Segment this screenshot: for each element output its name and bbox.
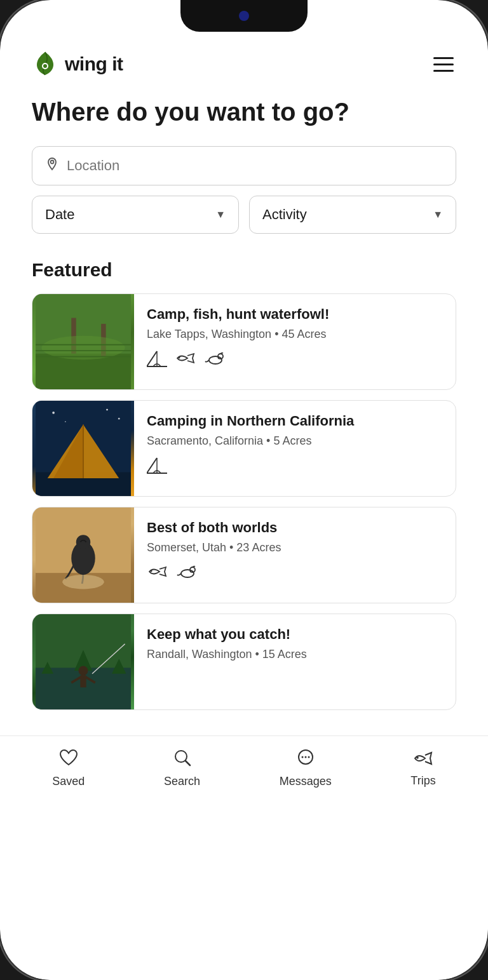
listing-meta-4: Randall, Washington • 15 Acres [147, 648, 443, 661]
header: wing it [0, 38, 488, 84]
svg-point-48 [308, 756, 309, 758]
listings-list: Camp, fish, hunt waterfowl! Lake Tapps, … [32, 293, 456, 710]
notch-dot [239, 11, 249, 21]
listing-icons-3 [147, 563, 443, 584]
listing-meta-1: Lake Tapps, Washington • 45 Acres [147, 328, 443, 341]
tent-night-img [32, 401, 134, 496]
listing-card-3[interactable]: Best of both worlds Somerset, Utah • 23 … [32, 507, 456, 603]
svg-point-38 [79, 666, 88, 676]
logo: wing it [32, 51, 123, 77]
date-dropdown-arrow: ▼ [215, 209, 226, 220]
location-input-wrap[interactable] [32, 146, 456, 185]
listing-info-4: Keep what you catch! Randall, Washington… [134, 614, 456, 709]
listing-image-4 [32, 614, 134, 709]
phone-frame: wing it Where do you want to go? [0, 0, 488, 980]
activity-dropdown-arrow: ▼ [433, 209, 443, 220]
date-label: Date [45, 206, 74, 223]
bird-field-img [32, 507, 134, 603]
listing-title-1: Camp, fish, hunt waterfowl! [147, 305, 443, 324]
listing-icons-1 [147, 350, 443, 372]
hamburger-line-1 [433, 57, 454, 59]
bottom-nav: Saved Search [0, 735, 488, 820]
nav-item-messages[interactable]: Messages [280, 749, 332, 788]
listing-meta-2: Sacramento, California • 5 Acres [147, 434, 443, 448]
listing-title-4: Keep what you catch! [147, 626, 443, 644]
featured-section: Featured [32, 259, 456, 710]
svg-point-1 [43, 64, 47, 68]
svg-point-13 [209, 356, 222, 364]
featured-title: Featured [32, 259, 456, 281]
listing-image-1 [32, 294, 134, 389]
trips-label: Trips [410, 774, 435, 788]
svg-point-49 [416, 756, 419, 759]
nav-item-search[interactable]: Search [164, 749, 200, 788]
listing-image-2 [32, 401, 134, 496]
camping-icon-2 [147, 457, 167, 479]
nav-item-trips[interactable]: Trips [410, 750, 435, 788]
fish-icon [412, 750, 434, 770]
phone-notch [180, 0, 308, 32]
activity-label: Activity [262, 206, 307, 223]
dropdowns-row: Date ▼ Activity ▼ [32, 196, 456, 234]
page-title: Where do you want to go? [32, 97, 456, 127]
logo-icon [32, 51, 58, 77]
listing-card-2[interactable]: Camping in Northern California Sacrament… [32, 400, 456, 497]
activity-dropdown[interactable]: Activity ▼ [249, 196, 456, 234]
main-content: Where do you want to go? [0, 84, 488, 735]
green-fields-img [32, 294, 134, 389]
location-pin-icon [45, 157, 59, 175]
svg-point-46 [301, 756, 303, 758]
phone-screen: wing it Where do you want to go? [0, 0, 488, 980]
svg-point-23 [118, 418, 120, 420]
svg-point-20 [52, 412, 55, 414]
svg-point-12 [179, 356, 180, 358]
messages-label: Messages [280, 775, 332, 788]
hamburger-line-3 [433, 70, 454, 72]
listing-icons-2 [147, 457, 443, 479]
message-icon [296, 749, 315, 771]
fishing-icon-1 [175, 350, 196, 372]
svg-point-30 [151, 570, 152, 572]
listing-info-1: Camp, fish, hunt waterfowl! Lake Tapps, … [134, 294, 456, 389]
svg-point-22 [65, 421, 66, 422]
hunting-icon-3 [176, 563, 196, 584]
camping-icon-1 [147, 350, 167, 372]
listing-title-3: Best of both worlds [147, 519, 443, 537]
listing-meta-3: Somerset, Utah • 23 Acres [147, 541, 443, 554]
hamburger-line-2 [433, 64, 454, 65]
listing-info-3: Best of both worlds Somerset, Utah • 23 … [134, 507, 456, 603]
listing-title-2: Camping in Northern California [147, 412, 443, 431]
svg-point-31 [181, 570, 194, 577]
fishing-icon-3 [147, 563, 168, 584]
listing-card-4[interactable]: Keep what you catch! Randall, Washington… [32, 614, 456, 710]
svg-point-28 [76, 535, 91, 549]
listing-card-1[interactable]: Camp, fish, hunt waterfowl! Lake Tapps, … [32, 293, 456, 390]
listing-image-3 [32, 507, 134, 603]
menu-button[interactable] [431, 55, 456, 74]
date-dropdown[interactable]: Date ▼ [32, 196, 239, 234]
listing-info-2: Camping in Northern California Sacrament… [134, 401, 456, 496]
fishing-img [32, 614, 134, 709]
search-icon [173, 749, 191, 771]
svg-point-2 [51, 161, 54, 164]
search-inputs: Date ▼ Activity ▼ [32, 146, 456, 234]
svg-point-29 [62, 575, 104, 589]
saved-label: Saved [52, 775, 85, 788]
heart-icon [59, 749, 78, 771]
screen-content: wing it Where do you want to go? [0, 0, 488, 980]
app-name: wing it [65, 53, 123, 75]
svg-point-47 [304, 756, 306, 758]
hunting-icon-1 [204, 350, 224, 372]
location-input[interactable] [67, 158, 443, 174]
search-label: Search [164, 775, 200, 788]
svg-point-21 [106, 409, 108, 411]
nav-item-saved[interactable]: Saved [52, 749, 85, 788]
svg-line-44 [186, 761, 190, 765]
